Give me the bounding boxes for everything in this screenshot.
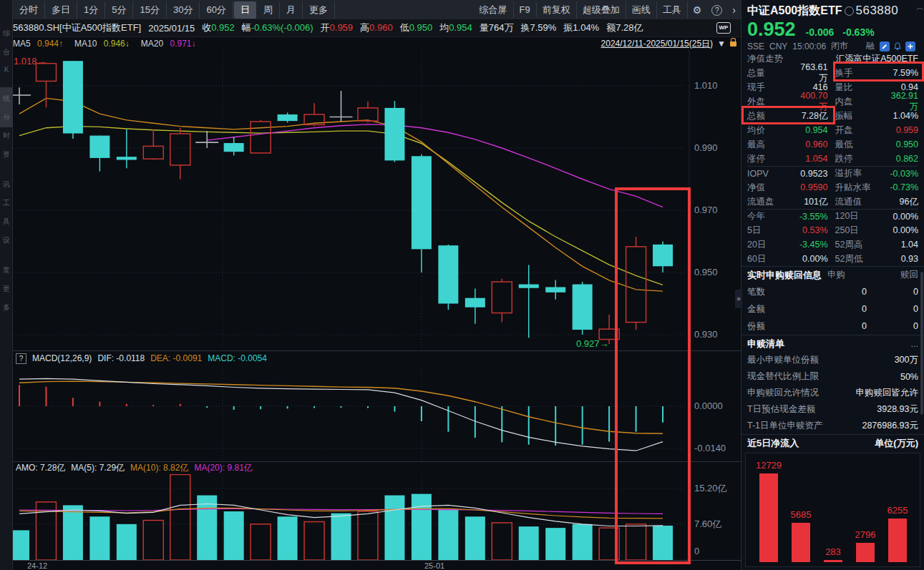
left-toolbar-glyph[interactable]: 更 — [0, 284, 13, 294]
lock-icon[interactable] — [730, 41, 736, 46]
stat-value: 0.00% — [792, 254, 828, 264]
redemption-value: 50% — [900, 372, 918, 382]
left-toolbar[interactable]: 综合K线分时资讯工具设置更多 — [0, 0, 13, 570]
amo-ma20-value: MA(20): 9.81亿 — [194, 462, 252, 474]
tab-60分[interactable]: 60分 — [200, 1, 233, 19]
tab-周[interactable]: 周 — [257, 1, 280, 19]
toolbar-item-画线[interactable]: 画线 — [626, 1, 657, 19]
more-ellipsis[interactable]: ... — [911, 339, 918, 349]
toolbar-item-工具[interactable]: 工具 — [657, 1, 688, 19]
stat-value: -3.45% — [792, 240, 828, 250]
left-toolbar-glyph[interactable]: 设 — [0, 235, 13, 245]
tab-15分[interactable]: 15分 — [133, 1, 166, 19]
quote-field-label: 额 — [606, 22, 616, 33]
tab-日[interactable]: 日 — [234, 1, 256, 19]
stat-value: 0.53% — [792, 225, 828, 235]
toolbar-item-综合屏[interactable]: 综合屏 — [474, 1, 514, 19]
toolbar-item-F9[interactable]: F9 — [514, 2, 537, 17]
currency-label: CNY — [769, 41, 787, 51]
quote-field-value: 7.28亿 — [616, 22, 643, 33]
svg-text:0.930: 0.930 — [694, 329, 718, 340]
date-range-selector[interactable]: 2024/12/11-2025/01/15(25日) — [601, 38, 714, 50]
price-change-pct: -0.63% — [842, 26, 874, 38]
alert-bell-icon[interactable] — [893, 41, 903, 51]
kline-chart[interactable]: 1.0100.9900.9700.9500.9301.018→0.927→ — [13, 50, 741, 350]
wp-tool-icon[interactable]: WP — [716, 22, 731, 34]
tab-1分[interactable]: 1分 — [77, 1, 105, 19]
help-icon[interactable]: ? — [16, 353, 26, 364]
redemption-row: 最小申赎单位份额300万 — [741, 352, 924, 368]
stat-value: -0.03% — [882, 169, 919, 179]
add-plus-icon[interactable] — [905, 41, 915, 51]
macd-dea-value: DEA: -0.0091 — [150, 353, 202, 363]
stat-row: 今年-3.55%120日0.00% — [747, 209, 918, 223]
stat-label: 跌停 — [835, 153, 882, 165]
stat-label: 今年 — [747, 210, 792, 222]
ma-item-MA10: MA10 0.946↓ — [74, 39, 134, 49]
left-toolbar-glyph[interactable]: 时 — [0, 131, 13, 141]
stat-label: 流通盘 — [747, 196, 792, 208]
chevron-down-icon[interactable]: ▼ — [717, 39, 726, 49]
tab-30分[interactable]: 30分 — [167, 1, 200, 19]
svg-text:15.20亿: 15.20亿 — [694, 483, 727, 493]
ma-label: MA10 — [74, 39, 99, 49]
quote-field-量: 量764万 — [480, 21, 514, 34]
amo-ma10-value: MA(10): 8.82亿 — [130, 462, 188, 474]
net-inflow-value: 283 — [812, 546, 855, 557]
quote-fields: 收0.952幅-0.63%(-0.006)开0.959高0.960低0.950均… — [202, 21, 650, 34]
edit-pencil-icon[interactable] — [880, 41, 890, 51]
left-toolbar-glyph[interactable]: 资 — [0, 149, 13, 159]
stat-row: 20日-3.45%52周高1.04 — [747, 237, 918, 252]
period-tabs: 分时多日1分5分15分30分60分日周月更多 — [13, 1, 335, 19]
svg-text:0.0000: 0.0000 — [694, 401, 723, 411]
volume-chart[interactable]: 15.20亿7.60亿0 — [13, 474, 741, 560]
subscribe-col-header: 申购 — [827, 269, 845, 281]
left-toolbar-glyph[interactable]: 分 — [0, 112, 13, 122]
left-toolbar-glyph[interactable]: 讯 — [0, 180, 13, 190]
help-icon[interactable]: ? — [706, 2, 727, 17]
panel-expander[interactable]: » — [735, 290, 742, 308]
left-toolbar-glyph[interactable]: 合 — [0, 47, 13, 57]
stat-row: 5日0.53%250日0.00% — [747, 223, 918, 237]
fund-full-name[interactable]: 汇添富中证A500ETF — [836, 53, 918, 65]
net-inflow-value: 2796 — [844, 529, 887, 540]
realtime-row: 份额00 — [741, 318, 924, 335]
net-inflow-bar-chart[interactable]: 12729568528327966255 — [745, 453, 920, 567]
gear-icon[interactable]: ⚙ — [688, 3, 707, 17]
panel-scrollbar[interactable] — [920, 272, 923, 415]
left-toolbar-glyph[interactable]: 置 — [0, 265, 13, 275]
quote-field-低: 低0.950 — [400, 21, 433, 34]
tab-更多[interactable]: 更多 — [303, 1, 335, 19]
stat-label: 内盘 — [835, 96, 882, 108]
amo-ma5-value: MA(5): 7.29亿 — [71, 462, 125, 474]
tab-月[interactable]: 月 — [280, 1, 303, 19]
nav-trend-link[interactable]: 净值走势 — [747, 53, 783, 65]
macd-title[interactable]: MACD(12,26,9) — [32, 353, 92, 363]
tab-分时[interactable]: 分时 — [13, 1, 45, 19]
toolbar-item-前复权[interactable]: 前复权 — [537, 1, 577, 19]
stat-label: 净值 — [747, 182, 792, 194]
time-axis: 24-12 25-01 — [13, 560, 741, 570]
left-toolbar-glyph[interactable]: 具 — [0, 217, 13, 227]
ma-indicator-bar: MA5 0.944↑MA10 0.946↓MA20 0.971↓ 2024/12… — [13, 37, 741, 50]
left-toolbar-glyph[interactable]: 综 — [0, 29, 13, 39]
stat-value: 0.00% — [882, 212, 919, 222]
price-change: -0.006 — [806, 26, 835, 38]
tab-多日[interactable]: 多日 — [45, 1, 77, 19]
stat-row: 外盘400.70万内盘362.91万 — [747, 94, 918, 109]
left-toolbar-glyph[interactable]: 多 — [0, 303, 13, 313]
macd-chart[interactable]: 0.0000-0.0140 — [13, 366, 741, 461]
collapse-chevron-icon[interactable]: ︿ — [916, 2, 924, 13]
axis-month-label: 25-01 — [424, 561, 444, 570]
left-toolbar-glyph[interactable]: 工 — [0, 198, 13, 208]
stat-label: 52周高 — [835, 239, 882, 251]
left-toolbar-glyph[interactable]: K — [0, 66, 13, 74]
tab-5分[interactable]: 5分 — [105, 1, 133, 19]
toolbar-item-超级叠加[interactable]: 超级叠加 — [577, 1, 626, 19]
realtime-redeem-value: 0 — [867, 304, 918, 314]
chevron-right-icon[interactable]: › — [727, 3, 741, 17]
left-toolbar-glyph[interactable]: 线 — [0, 94, 13, 104]
instrument-name: 中证A500指数ETF — [747, 4, 842, 19]
macd-indicator-bar: ? MACD(12,26,9) DIF: -0.0118 DEA: -0.009… — [13, 351, 741, 365]
redemption-row: T日预估现金差额3928.93元 — [741, 401, 924, 418]
